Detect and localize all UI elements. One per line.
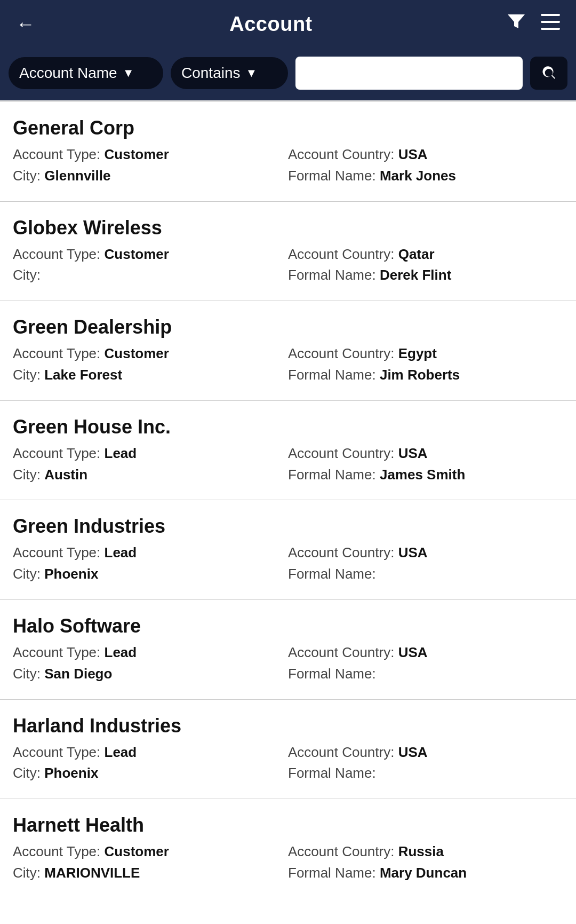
account-country-label: Account Country:	[288, 246, 398, 262]
operator-dropdown[interactable]: Contains ▼	[171, 57, 288, 89]
account-item[interactable]: Green House Inc. Account Type: Lead City…	[0, 401, 576, 501]
account-col-right: Account Country: USA Formal Name:	[288, 744, 563, 786]
operator-dropdown-chevron: ▼	[246, 66, 258, 80]
operator-dropdown-label: Contains	[181, 65, 241, 82]
city-label: City:	[13, 267, 41, 283]
account-type-row: Account Type: Customer	[13, 246, 288, 264]
account-col-left: Account Type: Customer City: Lake Forest	[13, 345, 288, 388]
account-country-value: Russia	[398, 843, 444, 859]
city-label: City:	[13, 865, 44, 881]
formal-name-value: Jim Roberts	[380, 367, 460, 383]
back-button[interactable]: ←	[16, 13, 35, 35]
account-country-label: Account Country:	[288, 146, 398, 162]
menu-icon[interactable]	[541, 14, 560, 34]
field-dropdown-chevron: ▼	[123, 66, 134, 80]
account-country-row: Account Country: USA	[288, 744, 563, 762]
city-row: City:	[13, 266, 288, 285]
account-country-row: Account Country: USA	[288, 544, 563, 562]
city-row: City: Austin	[13, 466, 288, 484]
account-type-label: Account Type:	[13, 345, 105, 361]
filter-icon[interactable]	[507, 12, 526, 36]
account-col-left: Account Type: Lead City: Phoenix	[13, 544, 288, 587]
account-type-value: Lead	[105, 644, 137, 660]
formal-name-row: Formal Name: James Smith	[288, 466, 563, 484]
formal-name-row: Formal Name: Jim Roberts	[288, 366, 563, 384]
account-col-left: Account Type: Lead City: Austin	[13, 445, 288, 487]
account-type-row: Account Type: Customer	[13, 345, 288, 363]
account-col-left: Account Type: Customer City: MARIONVILLE	[13, 843, 288, 886]
city-row: City: MARIONVILLE	[13, 864, 288, 882]
city-row: City: Glennville	[13, 167, 288, 185]
search-input[interactable]	[295, 57, 523, 90]
account-details: Account Type: Customer City: Account Cou…	[13, 246, 563, 288]
account-item[interactable]: Globex Wireless Account Type: Customer C…	[0, 202, 576, 302]
account-col-right: Account Country: USA Formal Name:	[288, 544, 563, 587]
account-type-row: Account Type: Lead	[13, 445, 288, 463]
city-value: San Diego	[44, 666, 112, 682]
account-col-right: Account Country: USA Formal Name: Mark J…	[288, 146, 563, 188]
city-value: Glennville	[44, 168, 110, 184]
account-item[interactable]: General Corp Account Type: Customer City…	[0, 102, 576, 202]
svg-rect-2	[541, 28, 560, 30]
account-type-value: Customer	[105, 345, 169, 361]
account-country-row: Account Country: USA	[288, 445, 563, 463]
formal-name-row: Formal Name:	[288, 665, 563, 683]
account-details: Account Type: Lead City: Austin Account …	[13, 445, 563, 487]
account-name: Halo Software	[13, 615, 563, 637]
account-country-row: Account Country: Russia	[288, 843, 563, 861]
account-name: Harland Industries	[13, 715, 563, 737]
account-country-label: Account Country:	[288, 544, 398, 560]
account-item[interactable]: Green Industries Account Type: Lead City…	[0, 500, 576, 600]
account-type-label: Account Type:	[13, 146, 105, 162]
account-country-row: Account Country: Qatar	[288, 246, 563, 264]
account-item[interactable]: Halo Software Account Type: Lead City: S…	[0, 600, 576, 700]
account-name: Green House Inc.	[13, 416, 563, 438]
account-country-value: Qatar	[398, 246, 435, 262]
account-col-right: Account Country: USA Formal Name: James …	[288, 445, 563, 487]
app-header: ← Account	[0, 0, 576, 48]
account-type-value: Customer	[105, 843, 169, 859]
account-name: Green Dealership	[13, 316, 563, 338]
formal-name-row: Formal Name: Derek Flint	[288, 266, 563, 285]
account-col-right: Account Country: Qatar Formal Name: Dere…	[288, 246, 563, 288]
formal-name-label: Formal Name:	[288, 765, 376, 781]
formal-name-row: Formal Name: Mark Jones	[288, 167, 563, 185]
formal-name-label: Formal Name:	[288, 467, 380, 483]
account-type-value: Lead	[105, 445, 137, 461]
city-value: Lake Forest	[44, 367, 122, 383]
page-title: Account	[229, 13, 313, 36]
account-type-label: Account Type:	[13, 445, 105, 461]
account-type-label: Account Type:	[13, 246, 105, 262]
svg-rect-0	[541, 14, 560, 16]
account-details: Account Type: Lead City: Phoenix Account…	[13, 544, 563, 587]
account-item[interactable]: Harnett Health Account Type: Customer Ci…	[0, 799, 576, 898]
formal-name-value: James Smith	[380, 467, 465, 483]
city-label: City:	[13, 765, 44, 781]
city-row: City: Lake Forest	[13, 366, 288, 384]
header-actions	[507, 12, 560, 36]
account-type-row: Account Type: Customer	[13, 146, 288, 164]
account-type-label: Account Type:	[13, 843, 105, 859]
city-label: City:	[13, 666, 44, 682]
account-country-label: Account Country:	[288, 644, 398, 660]
search-button[interactable]	[530, 57, 567, 90]
svg-rect-1	[541, 21, 560, 23]
account-country-value: USA	[398, 744, 428, 760]
account-col-right: Account Country: Egypt Formal Name: Jim …	[288, 345, 563, 388]
account-name: Harnett Health	[13, 814, 563, 836]
account-col-left: Account Type: Lead City: Phoenix	[13, 744, 288, 786]
field-dropdown[interactable]: Account Name ▼	[9, 57, 163, 89]
city-row: City: San Diego	[13, 665, 288, 683]
account-type-label: Account Type:	[13, 644, 105, 660]
account-col-right: Account Country: Russia Formal Name: Mar…	[288, 843, 563, 886]
account-item[interactable]: Green Dealership Account Type: Customer …	[0, 301, 576, 401]
account-item[interactable]: Harland Industries Account Type: Lead Ci…	[0, 700, 576, 800]
account-country-value: USA	[398, 544, 428, 560]
account-details: Account Type: Customer City: Lake Forest…	[13, 345, 563, 388]
formal-name-value: Derek Flint	[380, 267, 451, 283]
account-type-value: Customer	[105, 146, 169, 162]
account-details: Account Type: Customer City: MARIONVILLE…	[13, 843, 563, 886]
city-row: City: Phoenix	[13, 565, 288, 583]
formal-name-label: Formal Name:	[288, 267, 380, 283]
account-country-label: Account Country:	[288, 843, 398, 859]
